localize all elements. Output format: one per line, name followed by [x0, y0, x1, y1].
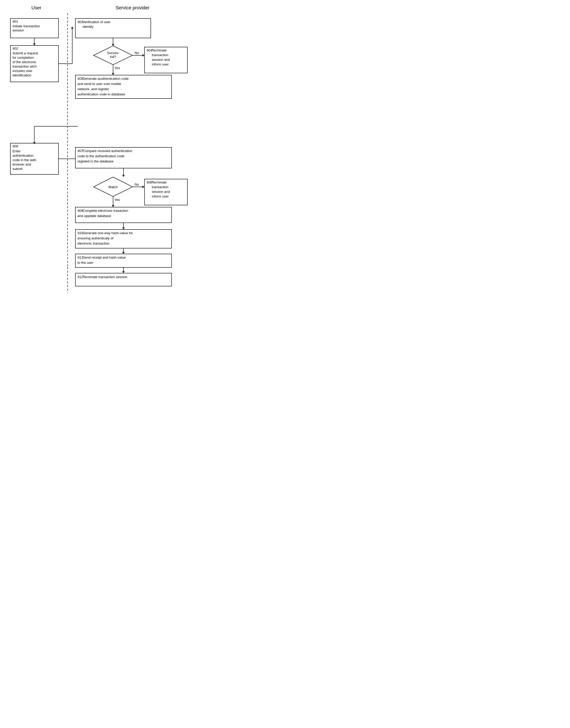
provider-column-header: Service provider — [67, 5, 198, 11]
svg-marker-32 — [112, 205, 114, 207]
node-904-l3: session and — [152, 58, 170, 62]
node-901-num: 901 — [12, 19, 18, 23]
node-905-l3: network, and register — [77, 87, 109, 91]
node-906-num: 906 — [12, 144, 18, 148]
node-910-l2: ensuring authenticaty of — [77, 236, 113, 240]
flowchart-svg-bottom: 912 Terminate transaction session — [5, 267, 198, 293]
node-904-l2: transaction — [152, 53, 169, 57]
diamond-success-l1: Succes- — [107, 51, 119, 55]
svg-marker-19 — [142, 54, 145, 57]
svg-marker-7 — [71, 26, 73, 29]
node-906-l2: authentication — [12, 153, 33, 157]
node-911-l1: Send receipt and hash-value — [83, 256, 126, 259]
node-904-l4: inform user — [152, 62, 169, 66]
node-902-num: 902 — [12, 46, 18, 50]
no-label-1: No — [134, 51, 139, 55]
node-905-l2: and send to user over mobile — [77, 82, 121, 86]
svg-marker-22 — [112, 73, 114, 75]
node-908-l2: transaction — [152, 185, 169, 189]
node-904-l1: Terminate — [152, 48, 167, 52]
node-902-l4: transaction wich — [12, 64, 37, 68]
node-901-text: Initiate transaction — [12, 24, 40, 28]
svg-marker-3 — [33, 43, 36, 45]
node-909-l2: and uppdate database — [77, 214, 111, 218]
node-906-l3: code in the web — [12, 158, 36, 162]
node-906-l5: submit — [12, 167, 23, 171]
svg-marker-35 — [122, 228, 125, 230]
user-column-header: User — [5, 5, 67, 11]
svg-marker-29 — [142, 186, 145, 188]
flowchart-svg: 901 Initiate transaction session 902 Sub… — [5, 13, 198, 268]
flowchart-diagram: User Service provider 901 Initiate trans… — [5, 5, 198, 293]
node-908-l1: Terminate — [152, 180, 167, 184]
node-902-l5: includes user — [12, 69, 32, 73]
node-905-l1: Generate austhentication code — [83, 77, 129, 80]
node-904-num: 904 — [147, 48, 152, 52]
node-901-text2: session — [12, 28, 24, 32]
svg-marker-42 — [122, 271, 125, 273]
diamond-success-l2: full? — [110, 55, 116, 59]
node-908-l4: inform user — [152, 195, 169, 198]
node-909-num: 909 — [77, 209, 83, 213]
yes-label-2: Yes — [114, 198, 120, 202]
node-902-l3: of the electronic — [12, 60, 36, 64]
node-903-l1: Verification of user — [83, 20, 111, 24]
node-910-l3: electronic transaction — [77, 242, 109, 245]
svg-marker-38 — [122, 252, 125, 254]
node-908-l3: session and — [152, 190, 170, 194]
node-909-l1: Complete electronic trasaction — [83, 209, 128, 213]
node-903-l2: identity — [83, 25, 93, 29]
node-906-l4: browser and — [12, 162, 31, 166]
column-headers: User Service provider — [5, 5, 198, 11]
node-902-l1: Submit a request — [12, 51, 38, 55]
node-907-l3: registed in the database — [77, 159, 113, 163]
node-906-l1: Enter — [12, 149, 21, 153]
node-905-l4: authentication code in database — [77, 92, 125, 96]
node-911-l2: to the user — [77, 261, 93, 265]
node-910-l1: Generate one-way hash-value for — [83, 231, 133, 235]
node-902-l2: for completion — [12, 56, 34, 59]
yes-label-1: Yes — [114, 66, 120, 70]
node-912-l1: Terminate transaction session — [83, 275, 127, 279]
no-label-2: No — [134, 183, 139, 187]
svg-marker-26 — [122, 175, 125, 177]
node-902-l6: identification — [12, 73, 31, 77]
node-907-l1: Compare recevied authentication — [83, 149, 132, 153]
node-907-l2: code to the authentication code — [77, 154, 124, 158]
diamond-match-l1: Match — [108, 185, 117, 189]
node-911-num: 911 — [77, 256, 83, 259]
